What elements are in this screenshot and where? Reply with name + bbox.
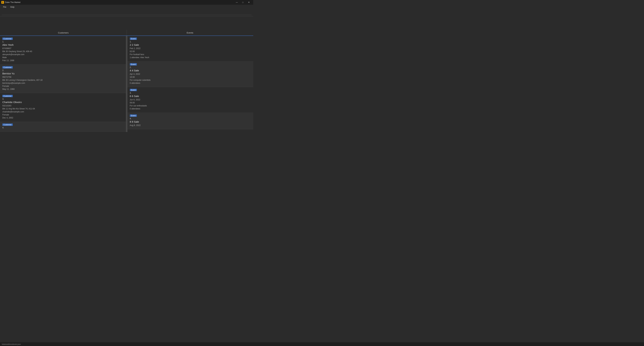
customer-badge: Customer bbox=[2, 66, 13, 68]
customer-card[interactable]: Customer 3. Charlotte Oliveiro 93210283 … bbox=[0, 93, 126, 122]
event-number: 3. bbox=[130, 92, 251, 94]
events-header: Events bbox=[127, 30, 254, 35]
event-name: 6 6 Sale bbox=[130, 95, 251, 97]
customer-number: 4. bbox=[2, 126, 124, 129]
event-number: 2. bbox=[130, 66, 251, 68]
search-input[interactable] bbox=[2, 10, 252, 15]
customer-details: 99272758 Blk 30 Lorong 3 Serangoon Garde… bbox=[2, 75, 124, 91]
menu-help[interactable]: Help bbox=[8, 5, 16, 9]
event-badge: Event bbox=[130, 37, 137, 40]
titlebar-left: D Duke The Market bbox=[1, 1, 20, 4]
main-content: Customer 1. Alex Yeoh 87438807 Blk 30 Ge… bbox=[0, 36, 253, 132]
menubar: File Help bbox=[0, 5, 253, 9]
minimize-button[interactable]: — bbox=[234, 0, 240, 5]
event-details: Aug 8, 2022 bbox=[130, 124, 251, 127]
customer-card[interactable]: Customer 2. Bernice Yu 99272758 Blk 30 L… bbox=[0, 64, 126, 93]
customer-number: 3. bbox=[2, 98, 124, 100]
event-name: 4 4 Sale bbox=[130, 69, 251, 72]
customer-name: Bernice Yu bbox=[2, 72, 124, 75]
customer-badge: Customer bbox=[2, 37, 13, 40]
app-icon: D bbox=[1, 1, 4, 4]
searchbar bbox=[0, 9, 253, 16]
customer-badge: Customer bbox=[2, 95, 13, 97]
customer-name: Charlotte Oliveiro bbox=[2, 101, 124, 103]
customer-number: 1. bbox=[2, 40, 124, 43]
column-headers: Customers Events bbox=[0, 30, 253, 36]
customer-card[interactable]: Customer 1. Alex Yeoh 87438807 Blk 30 Ge… bbox=[0, 36, 126, 64]
event-number: 4. bbox=[130, 117, 251, 120]
event-card[interactable]: Event 2. 4 4 Sale Apr 4, 2022 16:00 For … bbox=[128, 61, 254, 87]
event-number: 1. bbox=[130, 40, 251, 43]
event-badge: Event bbox=[130, 114, 137, 117]
event-card[interactable]: Event 1. 2 2 Sale Feb 2, 2022 02:00 For … bbox=[128, 36, 254, 61]
event-card[interactable]: Event 4. 8 8 Sale Aug 8, 2022 bbox=[128, 113, 254, 129]
customers-header: Customers bbox=[0, 30, 127, 35]
event-details: Feb 2, 2022 02:00 For football fans 1 at… bbox=[130, 47, 251, 59]
event-badge: Event bbox=[130, 63, 137, 65]
event-name: 2 2 Sale bbox=[130, 43, 251, 46]
spacer-area bbox=[0, 16, 253, 30]
close-button[interactable]: ✕ bbox=[246, 0, 252, 5]
maximize-button[interactable]: □ bbox=[240, 0, 246, 5]
customer-name: Alex Yeoh bbox=[2, 43, 124, 46]
customer-card[interactable]: Customer 4. bbox=[0, 122, 126, 132]
event-card[interactable]: Event 3. 6 6 Sale Jun 6, 2022 06:00 For … bbox=[128, 87, 254, 113]
events-column[interactable]: Event 1. 2 2 Sale Feb 2, 2022 02:00 For … bbox=[128, 36, 254, 132]
customer-badge: Customer bbox=[2, 123, 13, 126]
menu-file[interactable]: File bbox=[1, 5, 8, 9]
event-badge: Event bbox=[130, 89, 137, 91]
customer-details: 87438807 Blk 30 Geylang Street 29, #06-4… bbox=[2, 47, 124, 62]
column-divider[interactable] bbox=[126, 36, 128, 132]
event-name: 8 8 Sale bbox=[130, 120, 251, 123]
app-title: Duke The Market bbox=[5, 1, 20, 3]
customer-number: 2. bbox=[2, 69, 124, 71]
customer-details: 93210283 Blk 11 Ang Mo Kio Street 74, #1… bbox=[2, 104, 124, 119]
titlebar: D Duke The Market — □ ✕ bbox=[0, 0, 253, 5]
event-details: Apr 4, 2022 16:00 For computer scientist… bbox=[130, 72, 251, 85]
customers-column[interactable]: Customer 1. Alex Yeoh 87438807 Blk 30 Ge… bbox=[0, 36, 126, 132]
titlebar-controls: — □ ✕ bbox=[234, 0, 252, 5]
event-details: Jun 6, 2022 06:00 For car enthusiasts 0 … bbox=[130, 98, 251, 110]
